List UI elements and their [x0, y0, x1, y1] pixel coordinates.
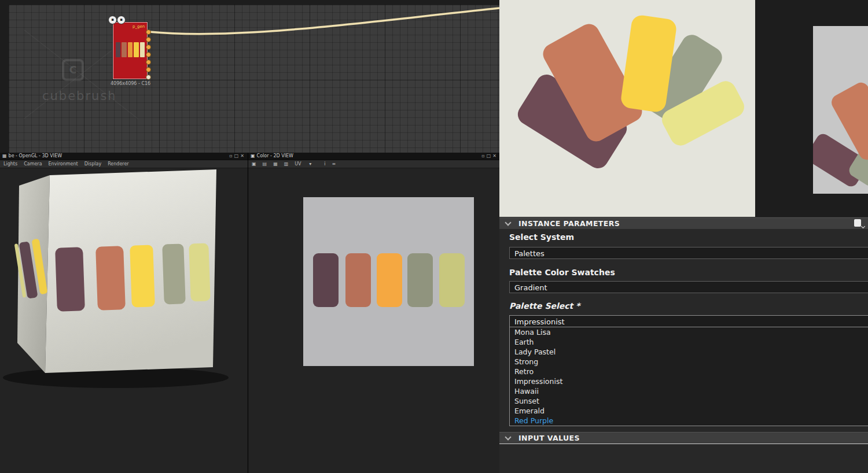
- grid-icon[interactable]: ▦: [273, 161, 278, 167]
- menu-lights[interactable]: Lights: [3, 161, 17, 167]
- output-connector[interactable]: [146, 45, 151, 50]
- render-preview-large: [499, 0, 755, 217]
- viewport-2d-toolbar: ▣▤▦▥UV ▾i≡: [248, 160, 500, 168]
- view-mode-icon[interactable]: ▣: [252, 161, 256, 167]
- viewport-3d-header[interactable]: ▦be - OpenGL - 3D VIEW ▫□✕: [0, 153, 248, 160]
- close-icon[interactable]: ✕: [492, 153, 498, 158]
- panel-icon: ▦: [2, 153, 7, 158]
- section-title: INSTANCE PARAMETERS: [518, 219, 620, 228]
- node-thumbnail: [116, 42, 145, 57]
- menu-renderer[interactable]: Renderer: [108, 161, 129, 167]
- instance-parameters-bar[interactable]: INSTANCE PARAMETERS: [499, 217, 868, 229]
- palette-option[interactable]: Emerald: [510, 406, 868, 416]
- select-system-dropdown[interactable]: Palettes: [509, 247, 868, 259]
- node-badge-icon[interactable]: ▪: [108, 16, 117, 24]
- output-connector[interactable]: [146, 52, 151, 57]
- palette-swatch: [439, 253, 465, 307]
- node-title: p_gen: [133, 24, 145, 29]
- palette-select-dropdown[interactable]: Impressionist: [509, 315, 868, 327]
- pin-icon[interactable]: ▫: [481, 153, 486, 158]
- menu-environment[interactable]: Environment: [49, 161, 78, 167]
- node-resolution-caption: 4096x4096 - C16: [111, 81, 150, 86]
- chevron-down-icon: [505, 219, 511, 226]
- output-connector[interactable]: [146, 67, 151, 72]
- input-values-bar[interactable]: INPUT VALUES: [499, 432, 868, 444]
- palette-option[interactable]: Impressionist: [510, 376, 868, 386]
- viewport-3d: ▦be - OpenGL - 3D VIEW ▫□✕ LightsCameraE…: [0, 153, 248, 473]
- viewport-2d-title: Color - 2D VIEW: [257, 153, 293, 158]
- viewport-2d: ▣Color - 2D VIEW ▫□✕ ▣▤▦▥UV ▾i≡: [248, 153, 500, 473]
- 3d-cube: [0, 168, 248, 473]
- output-connector[interactable]: [146, 75, 151, 80]
- viewport-3d-canvas[interactable]: [0, 168, 248, 473]
- menu-display[interactable]: Display: [84, 161, 102, 167]
- palette-swatch: [313, 253, 339, 307]
- tiling-icon[interactable]: ▤: [263, 161, 267, 167]
- cubebrush-logo-icon: C: [62, 59, 84, 81]
- palette-option-selected[interactable]: Red Purple: [510, 416, 868, 426]
- output-connector[interactable]: [146, 29, 151, 35]
- histogram-icon[interactable]: ≡: [332, 161, 336, 167]
- app-window: C cubebrush p_gen ▪ ▪ 4096x409: [0, 0, 868, 473]
- node-swatch: [140, 42, 145, 57]
- pin-icon[interactable]: ▫: [229, 153, 234, 158]
- output-connector[interactable]: [146, 37, 151, 42]
- palette-select-label: Palette Select *: [509, 301, 580, 311]
- parameters-panel: INSTANCE PARAMETERS Select System Palett…: [499, 217, 868, 473]
- palette-option[interactable]: Earth: [510, 337, 868, 347]
- texture-2d-preview: [303, 197, 474, 366]
- node-graph-canvas[interactable]: C cubebrush p_gen ▪ ▪ 4096x409: [9, 5, 499, 153]
- section-title: INPUT VALUES: [518, 434, 580, 442]
- viewport-2d-header[interactable]: ▣Color - 2D VIEW ▫□✕: [248, 153, 500, 160]
- palette-swatch: [377, 253, 402, 307]
- menu-camera[interactable]: Camera: [24, 161, 42, 167]
- palette-color-swatches-dropdown[interactable]: Gradient: [509, 281, 868, 293]
- output-connector[interactable]: [146, 60, 151, 65]
- preset-icon[interactable]: [854, 219, 861, 227]
- palette-swatch: [407, 253, 433, 307]
- chevron-down-icon: ▾: [309, 161, 311, 167]
- viewport-2d-canvas[interactable]: [248, 168, 500, 473]
- node-badge-icon[interactable]: ▪: [117, 16, 126, 24]
- node-swatch: [134, 42, 138, 57]
- watermark-text: cubebrush: [42, 89, 117, 103]
- detach-icon[interactable]: □: [234, 153, 241, 158]
- viewport-3d-toolbar: LightsCameraEnvironmentDisplayRenderer: [0, 160, 248, 168]
- node-swatch: [116, 42, 120, 57]
- palette-option[interactable]: Mona Lisa: [510, 327, 868, 337]
- color-channel-icon: ▣: [251, 153, 255, 158]
- palette-select-option-list: Mona Lisa Earth Lady Pastel Strong Retro…: [509, 327, 868, 426]
- palette-option[interactable]: Hawaii: [510, 386, 868, 396]
- node-swatch: [128, 42, 133, 57]
- palette-option[interactable]: Strong: [510, 357, 868, 367]
- palette-option[interactable]: Sunset: [510, 396, 868, 406]
- palette-option[interactable]: Lady Pastel: [510, 347, 868, 357]
- palette-swatch: [345, 253, 371, 307]
- node-swatch: [122, 42, 126, 57]
- palette-color-swatches-label: Palette Color Swatches: [509, 268, 615, 277]
- render-preview-small: [813, 26, 868, 194]
- info-icon[interactable]: i: [324, 161, 325, 167]
- channels-icon[interactable]: ▥: [284, 161, 289, 167]
- palette-generator-node[interactable]: p_gen: [113, 22, 148, 79]
- select-system-label: Select System: [509, 232, 574, 242]
- uv-menu[interactable]: UV ▾: [295, 161, 318, 167]
- close-icon[interactable]: ✕: [240, 153, 246, 158]
- chevron-down-icon: [505, 434, 511, 440]
- viewport-3d-title: be - OpenGL - 3D VIEW: [9, 153, 62, 158]
- palette-option[interactable]: Retro: [510, 367, 868, 376]
- detach-icon[interactable]: □: [487, 153, 493, 158]
